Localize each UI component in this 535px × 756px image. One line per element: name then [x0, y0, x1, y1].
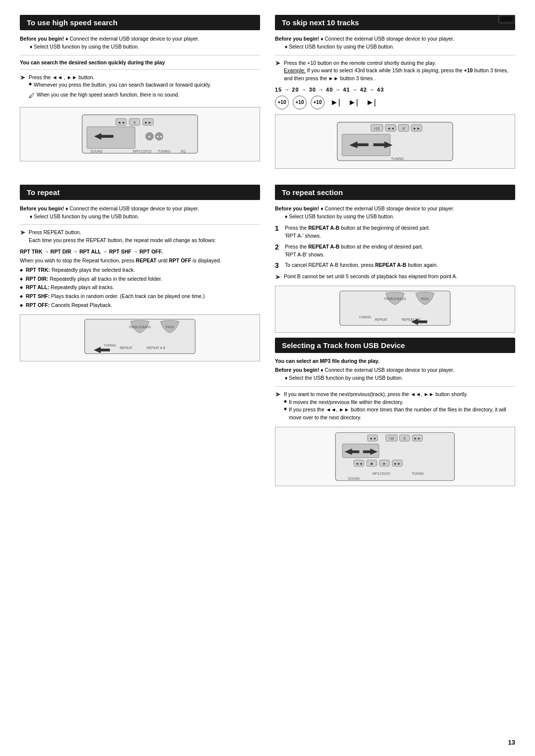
- repeat-section-device-image: TREBLE/BASS PASS TUNING REPEAT REPEAT A-…: [275, 286, 515, 333]
- svg-text:◄◄: ◄◄: [117, 121, 125, 125]
- svg-text:◄◄: ◄◄: [369, 436, 376, 441]
- step2-main: Press the REPEAT A-B button at the endin…: [285, 244, 423, 250]
- repeat-stop-note: When you wish to stop the Repeat functio…: [20, 257, 260, 263]
- repeat-title: To repeat: [20, 185, 260, 200]
- svg-text:TREBLE/BASS: TREBLE/BASS: [384, 297, 406, 301]
- svg-text:+10: +10: [374, 127, 380, 130]
- plus10-btn-1: +10: [275, 96, 289, 109]
- selecting-track-section: Selecting a Track from USB Device You ca…: [275, 338, 515, 486]
- bullet-rpt-off: RPT OFF: Cancels Repeat Playback.: [20, 302, 260, 309]
- repeat-before-begin: Before you begin! ♦ Connect the external…: [20, 205, 260, 221]
- repeat-section-step3: 3 To cancel REPEAT A-B function, press R…: [275, 261, 515, 269]
- svg-text:TUNING: TUNING: [359, 315, 372, 319]
- step3-main: To cancel REPEAT A-B function, press REP…: [285, 262, 438, 268]
- svg-text:►►: ►►: [413, 126, 421, 131]
- step2-sub: 'RPT A-B' shows.: [285, 252, 324, 257]
- repeat-device-image: TREBLE/BASS PASS TUNING REPEAT REPEAT A-…: [20, 314, 260, 361]
- selecting-arrow-icon: ➤: [275, 390, 281, 398]
- svg-text:II: II: [404, 436, 406, 441]
- bullet-rpt-trk: RPT TRK: Repeatedly plays the selected t…: [20, 266, 260, 274]
- step-num-3: 3: [275, 261, 282, 269]
- selecting-bullet1: It moves the next/previous file within t…: [284, 399, 515, 406]
- selecting-device-svg: +10 ◄◄ II ►► ◄◄ ■ ► ►►: [287, 430, 503, 483]
- plus10-btn-3: +10: [311, 96, 324, 109]
- svg-text:■: ■: [371, 461, 373, 466]
- high-speed-device-image: ◄◄ II ►► ► ◄◄ MP3-CD/CD TUNING SOUND: [20, 107, 260, 161]
- repeat-section-step1: 1 Press the REPEAT A-B button at the beg…: [275, 224, 515, 240]
- svg-text:►: ►: [148, 135, 152, 139]
- svg-text:MP3-CD/CD: MP3-CD/CD: [373, 472, 390, 475]
- skip-next-section: To skip next 10 tracks Before you begin!…: [275, 15, 515, 174]
- step1-sub1: Whenever you press the button, you can s…: [29, 81, 260, 89]
- bullet-rpt-shf: RPT SHF: Plays tracks in random order. (…: [20, 293, 260, 301]
- repeat-section-device-svg: TREBLE/BASS PASS TUNING REPEAT REPEAT A-…: [287, 289, 503, 330]
- device-diagram-svg: ◄◄ II ►► ► ◄◄ MP3-CD/CD TUNING SOUND: [32, 110, 248, 158]
- skip-device-image: +10 ◄◄ II ►► TUNING: [275, 114, 515, 169]
- svg-text:►►: ►►: [144, 121, 152, 125]
- svg-text:MP3-CD/CD: MP3-CD/CD: [133, 150, 152, 153]
- svg-text:TUNING: TUNING: [158, 150, 170, 153]
- repeat-step-sub: Each time you press the REPEAT button, t…: [29, 237, 216, 243]
- plus10-buttons-row: +10 +10 +10 ►| ►| ►|: [275, 96, 515, 109]
- svg-text:II: II: [134, 121, 136, 125]
- svg-text:TUNING: TUNING: [412, 472, 424, 475]
- step1-note-text: When you use the high speed search funct…: [37, 91, 179, 99]
- repeat-step1: ➤ Press REPEAT button. Each time you pre…: [20, 229, 260, 245]
- repeat-sequence: RPT TRK → RPT DIR → RPT ALL → RPT SHF → …: [20, 249, 260, 254]
- selecting-track-title: Selecting a Track from USB Device: [275, 338, 515, 353]
- skip-next-before-begin: Before you begin! ♦ Connect the external…: [275, 35, 515, 51]
- repeat-bullets: RPT TRK: Repeatedly plays the selected t…: [20, 266, 260, 309]
- step-num-2: 2: [275, 243, 282, 251]
- repeat-section-title: To repeat section: [275, 185, 515, 200]
- svg-text:►: ►: [383, 461, 386, 466]
- high-speed-bold-note: You can search the desired section quick…: [20, 59, 260, 65]
- svg-text:TUNING: TUNING: [391, 157, 404, 160]
- svg-text:+10: +10: [389, 437, 394, 440]
- high-speed-step1: ➤ Press the ◄◄ , ►► button. Whenever you…: [20, 74, 260, 102]
- eng-badge: ENG: [498, 15, 515, 23]
- svg-text:TREBLE/BASS: TREBLE/BASS: [129, 325, 151, 329]
- svg-text:REPEAT: REPEAT: [120, 346, 133, 350]
- note-text: Point B cannot be set until 5 seconds of…: [284, 273, 457, 279]
- selecting-device-image: +10 ◄◄ II ►► ◄◄ ■ ► ►►: [275, 427, 515, 486]
- svg-text:EQ: EQ: [181, 150, 186, 153]
- svg-text:◄◄: ◄◄: [355, 461, 363, 466]
- skip-forward-1: ►|: [330, 98, 340, 107]
- bullet-rpt-dir: RPT DIR: Repeatedly plays all tracks in …: [20, 275, 260, 283]
- skip-step-text: Press the +10 button on the remote contr…: [284, 60, 436, 66]
- svg-text:II: II: [403, 126, 405, 131]
- skip-device-svg: +10 ◄◄ II ►► TUNING: [287, 117, 503, 165]
- step-arrow-icon2: ➤: [275, 59, 281, 67]
- skip-example-label: Example:: [284, 67, 306, 73]
- repeat-section-before-begin: Before you begin! ♦ Connect the external…: [275, 205, 515, 221]
- svg-text:SOUND: SOUND: [348, 476, 360, 480]
- svg-text:REPEAT: REPEAT: [375, 318, 388, 321]
- repeat-section-note: ➤ Point B cannot be set until 5 seconds …: [275, 273, 515, 281]
- repeat-section-right: To repeat section Before you begin! ♦ Co…: [275, 185, 515, 497]
- high-speed-search-section: To use high speed search Before you begi…: [20, 15, 260, 174]
- selecting-before-begin: Before you begin! ♦ Connect the external…: [275, 366, 515, 382]
- step-num-1: 1: [275, 224, 282, 232]
- repeat-step-text: Press REPEAT button.: [29, 229, 81, 235]
- step1-note: 🖊 When you use the high speed search fun…: [29, 91, 260, 100]
- svg-text:REPEAT A-B: REPEAT A-B: [147, 346, 165, 350]
- svg-text:PASS: PASS: [166, 325, 175, 329]
- skip-next-step: ➤ Press the +10 button on the remote con…: [275, 59, 515, 83]
- high-speed-search-title: To use high speed search: [20, 15, 260, 30]
- svg-text:SOUND: SOUND: [91, 150, 103, 153]
- selecting-bullet2: If you press the ◄◄, ►► button more time…: [284, 406, 515, 422]
- repeat-arrow-icon: ➤: [20, 228, 26, 236]
- skip-next-title: To skip next 10 tracks: [275, 15, 515, 30]
- note-arrow-icon: ➤: [275, 273, 281, 281]
- repeat-device-svg: TREBLE/BASS PASS TUNING REPEAT REPEAT A-…: [32, 317, 248, 358]
- step-arrow-icon: ➤: [20, 73, 26, 81]
- skip-forward-3: ►|: [366, 98, 376, 107]
- plus10-btn-2: +10: [293, 96, 307, 109]
- step1-main: Press the REPEAT A-B button at the begin…: [285, 225, 430, 231]
- high-speed-before-begin: Before you begin! ♦ Connect the external…: [20, 35, 260, 51]
- selecting-bold-note: You can select an MP3 file during the pl…: [275, 358, 515, 364]
- skip-forward-2: ►|: [348, 98, 358, 107]
- selecting-step: ➤ If you want to move the next/previous(…: [275, 391, 515, 422]
- step1-text: Press the ◄◄ , ►► button.: [29, 74, 95, 80]
- bullet-rpt-all: RPT ALL: Repeatedly plays all tracks.: [20, 284, 260, 292]
